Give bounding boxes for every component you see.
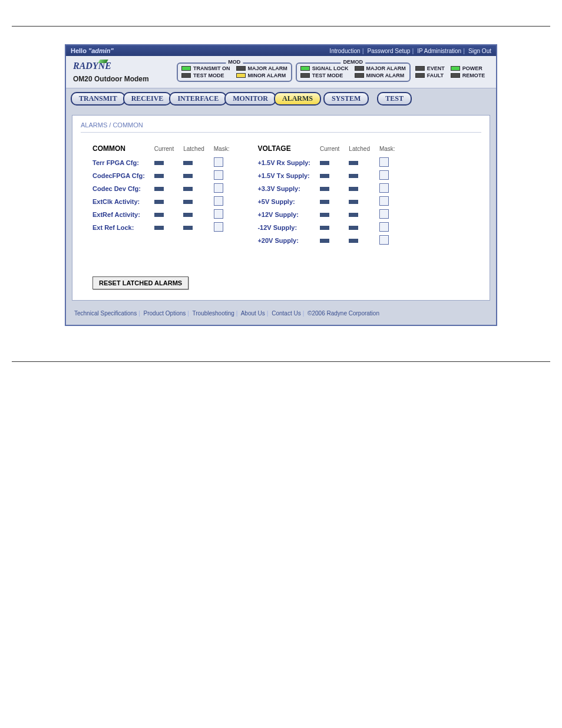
alarm-label: ExtRef Activity: (92, 208, 150, 221)
header: RADYNE OM20 Outdoor Modem MOD TRANSMIT O… (66, 56, 496, 88)
table-row: -12V Supply: (257, 221, 399, 234)
alarm-label: Terr FPGA Cfg: (92, 156, 150, 169)
table-row: CodecFPGA Cfg: (92, 169, 234, 182)
latched-led-icon (349, 187, 358, 191)
section-title: ALARMS / COMMON (81, 121, 481, 133)
voltage-column: VOLTAGECurrentLatchedMask:+1.5V Rx Suppl… (257, 143, 399, 247)
footer-troubleshooting[interactable]: Troubleshooting (193, 310, 234, 317)
current-led-icon (154, 161, 164, 165)
tab-system[interactable]: SYSTEM (323, 92, 369, 106)
column-header: Current (315, 143, 344, 156)
status-led-icon (415, 73, 425, 78)
table-row: Codec Dev Cfg: (92, 182, 234, 195)
latched-led-icon (349, 226, 358, 230)
status-side-label: FAULT (427, 73, 444, 78)
status-demod-box: DEMOD SIGNAL LOCKMAJOR ALARMTEST MODEMIN… (296, 62, 411, 82)
latched-led-icon (349, 161, 358, 165)
alarm-grid: COMMONCurrentLatchedMask:Terr FPGA Cfg:C… (81, 143, 481, 247)
table-row: +12V Supply: (257, 208, 399, 221)
table-row: Terr FPGA Cfg: (92, 156, 234, 169)
table-row: +5V Supply: (257, 195, 399, 208)
current-led-icon (320, 161, 329, 165)
mask-checkbox[interactable] (379, 196, 389, 206)
tab-receive[interactable]: RECEIVE (123, 92, 172, 106)
greeting-prefix: Hello (71, 47, 87, 54)
status-mod-item: MAJOR ALARM (236, 65, 287, 71)
current-led-icon (320, 200, 329, 204)
status-demod-item: TEST MODE (300, 73, 349, 78)
alarm-label: +1.5V Rx Supply: (257, 156, 315, 169)
column-header: Latched (178, 143, 209, 156)
current-led-icon (154, 187, 164, 191)
tab-alarms[interactable]: ALARMS (274, 92, 321, 106)
alarm-label: ExtClk Activity: (92, 195, 150, 208)
current-led-icon (320, 187, 329, 191)
mask-checkbox[interactable] (379, 183, 389, 193)
mask-checkbox[interactable] (214, 196, 223, 206)
alarm-label: +5V Supply: (257, 195, 315, 208)
mask-checkbox[interactable] (214, 209, 223, 219)
status-led-icon (451, 66, 460, 71)
status-mod-item: MINOR ALARM (236, 73, 287, 78)
mask-checkbox[interactable] (379, 235, 389, 245)
status-mod-label: MAJOR ALARM (248, 65, 287, 71)
status-mod-label: TRANSMIT ON (193, 65, 230, 71)
status-side-item: REMOTE (451, 73, 485, 78)
latched-led-icon (183, 226, 193, 230)
greeting-user: "admin" (88, 47, 114, 54)
tab-test[interactable]: TEST (377, 92, 412, 106)
alarm-label: Codec Dev Cfg: (92, 182, 150, 195)
latched-led-icon (183, 161, 193, 165)
status-side: EVENTPOWERFAULTREMOTE (414, 63, 487, 81)
status-led-icon (415, 66, 425, 71)
current-led-icon (320, 239, 329, 243)
status-demod-item: SIGNAL LOCK (300, 65, 349, 71)
column-header: Latched (344, 143, 375, 156)
mask-checkbox[interactable] (214, 157, 223, 167)
mask-checkbox[interactable] (379, 209, 389, 219)
status-led-icon (300, 73, 310, 78)
top-bar: Hello "admin" Introduction| Password Set… (66, 45, 496, 56)
footer-tech-spec[interactable]: Technical Specifications (74, 310, 137, 317)
table-row: +1.5V Rx Supply: (257, 156, 399, 169)
brand-block: RADYNE OM20 Outdoor Modem (70, 58, 177, 85)
greeting: Hello "admin" (71, 47, 114, 54)
latched-led-icon (349, 213, 358, 217)
nav-password-setup[interactable]: Password Setup (368, 48, 411, 54)
current-led-icon (320, 174, 329, 178)
mask-checkbox[interactable] (214, 170, 223, 180)
alarm-label: -12V Supply: (257, 221, 315, 234)
nav-ip-administration[interactable]: IP Administration (417, 48, 461, 54)
footer-product-options[interactable]: Product Options (144, 310, 186, 317)
current-led-icon (154, 174, 164, 178)
mask-checkbox[interactable] (379, 222, 389, 232)
alarm-label: +20V Supply: (257, 234, 315, 247)
footer-about-us[interactable]: About Us (241, 310, 265, 317)
tab-transmit[interactable]: TRANSMIT (71, 92, 125, 106)
latched-led-icon (349, 174, 358, 178)
group-header: COMMON (92, 143, 150, 156)
current-led-icon (320, 213, 329, 217)
status-demod-item: MINOR ALARM (355, 73, 406, 78)
common-column: COMMONCurrentLatchedMask:Terr FPGA Cfg:C… (92, 143, 234, 234)
mask-checkbox[interactable] (214, 183, 223, 193)
mask-checkbox[interactable] (379, 170, 389, 180)
nav-sign-out[interactable]: Sign Out (468, 48, 491, 54)
column-header: Current (150, 143, 178, 156)
status-demod-label: SIGNAL LOCK (312, 65, 349, 71)
alarm-label: +1.5V Tx Supply: (257, 169, 315, 182)
column-header: Mask: (209, 143, 234, 156)
tab-monitor[interactable]: MONITOR (224, 92, 276, 106)
nav-introduction[interactable]: Introduction (329, 48, 360, 54)
footer-links: Technical Specifications| Product Option… (66, 307, 496, 325)
status-side-item: EVENT (415, 65, 445, 71)
footer-contact-us[interactable]: Contact Us (272, 310, 300, 317)
mask-checkbox[interactable] (214, 222, 223, 232)
app-window: Hello "admin" Introduction| Password Set… (65, 44, 497, 326)
voltage-table: VOLTAGECurrentLatchedMask:+1.5V Rx Suppl… (257, 143, 399, 247)
status-led-icon (181, 73, 191, 78)
mask-checkbox[interactable] (379, 157, 389, 167)
reset-latched-alarms-button[interactable]: RESET LATCHED ALARMS (92, 276, 189, 289)
tab-interface[interactable]: INTERFACE (169, 92, 227, 106)
status-led-icon (236, 66, 246, 71)
